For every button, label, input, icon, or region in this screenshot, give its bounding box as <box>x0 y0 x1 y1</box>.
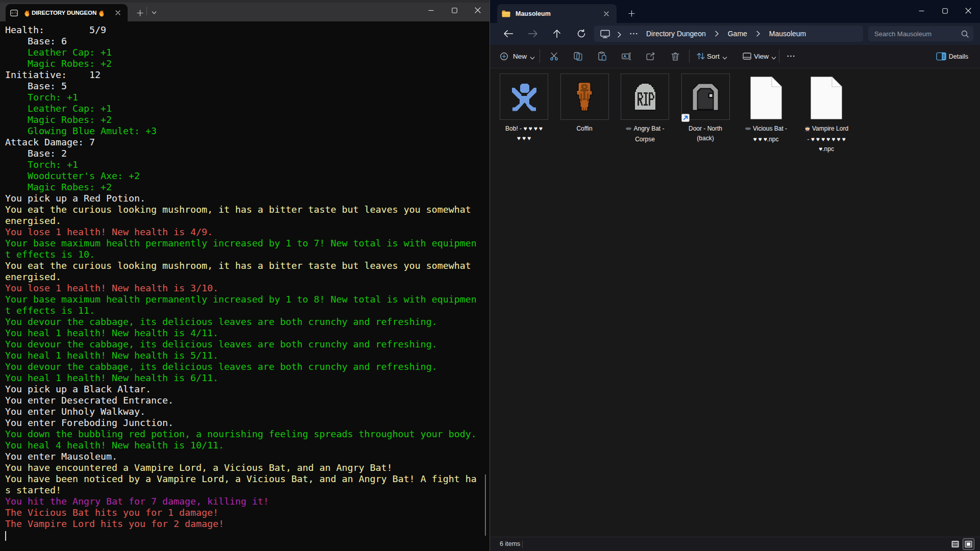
terminal-close-button[interactable] <box>466 0 489 20</box>
chevron-right-icon[interactable] <box>756 31 761 37</box>
explorer-new-tab-button[interactable] <box>625 7 638 20</box>
cut-button[interactable] <box>545 47 563 65</box>
details-button[interactable]: Details <box>936 45 968 68</box>
explorer-tab-close-button[interactable] <box>600 8 612 20</box>
more-options-button[interactable] <box>781 47 800 65</box>
terminal-cursor-line <box>5 530 489 541</box>
terminal-minimize-button[interactable] <box>419 0 443 20</box>
sort-button[interactable]: Sort <box>697 47 727 65</box>
breadcrumb-overflow-button[interactable] <box>630 30 638 37</box>
breadcrumb-mausoleum[interactable]: Mausoleum <box>764 30 812 38</box>
terminal-line: Torch: +1 <box>5 159 489 170</box>
terminal-line: Base: 2 <box>5 148 489 159</box>
share-button[interactable] <box>642 47 660 65</box>
explorer-maximize-button[interactable] <box>933 0 957 21</box>
explorer-tab[interactable]: Mausoleum <box>497 4 617 23</box>
terminal-line: You heal 4 health! New health is 10/11. <box>5 440 489 451</box>
chevron-right-icon[interactable] <box>617 31 621 37</box>
terminal-titlebar: c:\ DIRECTORY DUNGEON <box>0 0 489 21</box>
delete-button[interactable] <box>666 47 684 65</box>
terminal-line: You heal 1 health! New health is 5/11. <box>5 350 489 361</box>
terminal-line: Health: 5/9 <box>5 24 489 36</box>
terminal-new-tab-button[interactable] <box>133 6 146 19</box>
terminal-line: Initiative: 12 <box>5 69 489 81</box>
sort-icon <box>697 52 704 60</box>
toolbar-separator <box>540 49 540 63</box>
address-bar[interactable]: Directory Dungeon Game Mausoleum <box>594 26 863 42</box>
file-item[interactable]: Bob! - ♥ ♥ ♥ ♥♥ ♥ ♥ <box>494 73 554 120</box>
back-button[interactable] <box>500 25 517 42</box>
search-box[interactable]: Search Mausoleum <box>868 26 973 41</box>
terminal-line: Magic Robes: +2 <box>5 58 489 69</box>
terminal-line: Your base maximum health permanently inc… <box>5 294 489 305</box>
terminal-line: Leather Cap: +1 <box>5 47 489 58</box>
list-view-button[interactable] <box>950 539 961 549</box>
paste-button[interactable] <box>593 47 611 65</box>
copy-button[interactable] <box>569 47 587 65</box>
explorer-close-button[interactable] <box>957 0 980 21</box>
new-button[interactable]: New <box>500 47 535 65</box>
file-item[interactable]: Coffin <box>554 73 615 120</box>
refresh-button[interactable] <box>573 25 590 42</box>
terminal-tab-close-button[interactable] <box>112 7 124 18</box>
file-item[interactable]: Vampire Lord- ♥ ♥ ♥ ♥ ♥ ♥ ♥♥.npc <box>796 73 857 123</box>
terminal-scrollbar[interactable] <box>485 474 486 536</box>
thumbnail-view-button[interactable] <box>963 539 974 549</box>
file-icon[interactable] <box>742 73 790 123</box>
file-thumbnail[interactable] <box>681 73 730 120</box>
terminal-tab-separator <box>146 7 147 15</box>
toolbar-separator <box>689 49 690 63</box>
explorer-command-bar: New Sort View <box>490 45 980 68</box>
file-name[interactable]: Vampire Lord- ♥ ♥ ♥ ♥ ♥ ♥ ♥♥.npc <box>790 124 863 154</box>
terminal-line: The Vampire Lord hits you for 2 damage! <box>5 518 489 530</box>
terminal-line: You have encountered a Vampire Lord, a V… <box>5 462 489 473</box>
up-button[interactable] <box>548 25 566 42</box>
rename-button[interactable] <box>617 47 635 65</box>
chevron-down-icon <box>530 54 535 59</box>
monitor-icon[interactable] <box>600 30 609 38</box>
file-thumbnail[interactable] <box>560 73 609 120</box>
bat-icon <box>745 125 751 135</box>
terminal-cursor <box>5 531 6 541</box>
svg-text:c:\: c:\ <box>11 11 17 14</box>
terminal-tab[interactable]: c:\ DIRECTORY DUNGEON <box>6 4 128 21</box>
new-button-label: New <box>513 53 527 60</box>
folder-icon <box>502 10 510 17</box>
terminal-line: t effects is 10. <box>5 249 489 260</box>
terminal-line: Leather Cap: +1 <box>5 103 489 114</box>
chevron-right-icon[interactable] <box>715 31 719 37</box>
terminal-line: You pick up a Red Potion. <box>5 193 489 204</box>
view-button[interactable]: View <box>743 47 776 65</box>
forward-button[interactable] <box>524 25 542 42</box>
breadcrumb-directory-dungeon[interactable]: Directory Dungeon <box>641 30 712 38</box>
toolbar-separator <box>779 49 779 63</box>
terminal-line: You pick up a Black Altar. <box>5 384 489 395</box>
terminal-line: Torch: +1 <box>5 92 489 103</box>
terminal-line: You eat the curious looking mushroom, it… <box>5 204 489 215</box>
terminal-maximize-button[interactable] <box>443 0 466 20</box>
terminal-line: Woodcutter's Axe: +2 <box>5 170 489 182</box>
cmd-icon: c:\ <box>10 9 18 17</box>
file-thumbnail[interactable] <box>621 73 669 120</box>
terminal-line: You heal 1 health! New health is 6/11. <box>5 372 489 384</box>
terminal-line: energised. <box>5 271 489 283</box>
file-item[interactable]: Angry Bat -Corpse <box>615 73 675 120</box>
terminal-output[interactable]: Health: 5/9 Base: 6 Leather Cap: +1 Magi… <box>0 21 489 541</box>
breadcrumb-game[interactable]: Game <box>722 30 753 38</box>
search-icon[interactable] <box>961 30 969 38</box>
terminal-line: Magic Robes: +2 <box>5 182 489 193</box>
explorer-navigation-bar: Directory Dungeon Game Mausoleum Search … <box>490 23 980 45</box>
terminal-line: energised. <box>5 215 489 227</box>
terminal-window: c:\ DIRECTORY DUNGEON Health: 5/9 Base: … <box>0 0 489 551</box>
terminal-line: Base: 6 <box>5 36 489 47</box>
file-item[interactable]: Vicious Bat -♥ ♥ ♥.npc <box>736 73 796 123</box>
file-icon[interactable] <box>802 73 851 123</box>
terminal-line: You devour the cabbage, its delicious le… <box>5 339 489 350</box>
file-thumbnail[interactable] <box>500 73 548 120</box>
explorer-window: Mausoleum Directory Dungeon Game <box>489 0 980 551</box>
explorer-minimize-button[interactable] <box>910 0 933 21</box>
terminal-tab-dropdown-button[interactable] <box>148 6 160 19</box>
explorer-tab-title: Mausoleum <box>516 10 551 17</box>
file-item[interactable]: Door - North(back) <box>675 73 736 120</box>
explorer-file-area[interactable]: Bob! - ♥ ♥ ♥ ♥♥ ♥ ♥ Coffin <box>490 68 980 537</box>
